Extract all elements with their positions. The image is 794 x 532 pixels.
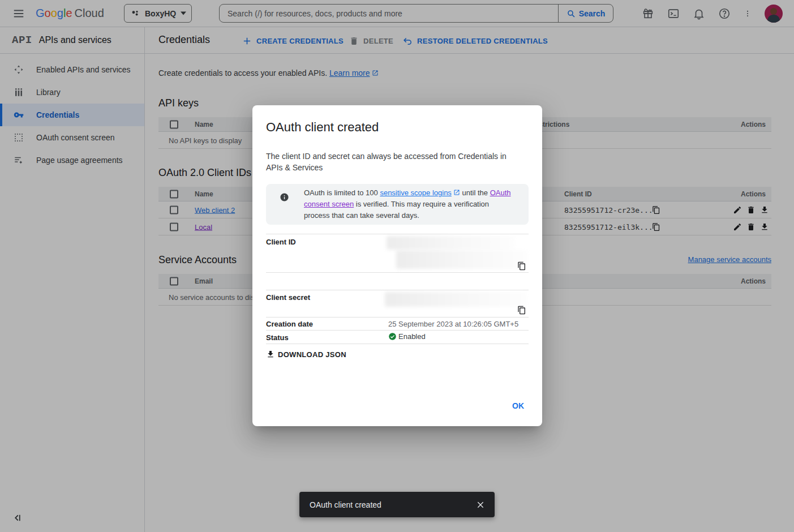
dialog-title: OAuth client created xyxy=(266,120,379,135)
download-json-label: DOWNLOAD JSON xyxy=(278,350,346,359)
notice-fragment: until the xyxy=(460,188,490,197)
redacted-client-id xyxy=(387,236,514,250)
notice-fragment: OAuth is limited to 100 xyxy=(304,188,380,197)
creation-date-value: 25 September 2023 at 10:26:05 GMT+5 xyxy=(388,320,518,328)
external-link-icon xyxy=(453,189,460,196)
download-icon xyxy=(266,350,275,359)
verification-notice: OAuth is limited to 100 sensitive scope … xyxy=(266,184,529,225)
check-circle-icon xyxy=(388,332,397,341)
status-label: Status xyxy=(266,333,289,342)
dialog-subtitle: The client ID and secret can always be a… xyxy=(266,151,518,173)
divider xyxy=(266,272,529,273)
divider xyxy=(266,290,529,290)
client-id-label: Client ID xyxy=(266,238,296,246)
divider xyxy=(266,344,529,344)
info-icon xyxy=(280,192,289,202)
status-text: Enabled xyxy=(398,332,426,341)
divider xyxy=(266,317,529,318)
close-icon[interactable] xyxy=(476,500,485,509)
client-secret-label: Client secret xyxy=(266,293,310,302)
redacted-client-id xyxy=(396,250,527,269)
toast-notification: OAuth client created xyxy=(299,492,495,517)
link-label: sensitive scope logins xyxy=(380,188,451,197)
divider xyxy=(266,330,529,331)
toast-message: OAuth client created xyxy=(310,500,476,509)
redacted-client-secret xyxy=(385,292,526,307)
copy-client-secret-icon[interactable] xyxy=(517,306,526,315)
notice-text: OAuth is limited to 100 sensitive scope … xyxy=(304,187,514,221)
divider xyxy=(266,234,529,234)
oauth-client-created-dialog: OAuth client created The client ID and s… xyxy=(252,105,542,426)
copy-client-id-icon[interactable] xyxy=(517,261,526,271)
google-cloud-console: GoogleCloud BoxyHQ Search xyxy=(0,0,794,532)
ok-button[interactable]: OK xyxy=(503,397,533,415)
download-json-button[interactable]: DOWNLOAD JSON xyxy=(266,347,346,361)
sensitive-scope-logins-link[interactable]: sensitive scope logins xyxy=(380,188,460,197)
status-value: Enabled xyxy=(388,332,426,341)
creation-date-label: Creation date xyxy=(266,320,313,328)
